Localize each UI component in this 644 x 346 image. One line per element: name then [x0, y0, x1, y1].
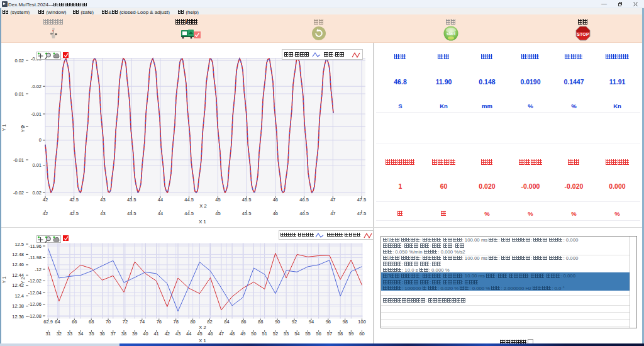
- svg-text:47.5: 47.5: [357, 197, 367, 203]
- svg-text:0.02: 0.02: [32, 190, 42, 196]
- svg-text:-0.01: -0.01: [31, 111, 42, 117]
- svg-text:96: 96: [326, 319, 331, 325]
- svg-text:43.5: 43.5: [127, 197, 136, 203]
- svg-text:47.5: 47.5: [357, 211, 367, 216]
- svg-text:43: 43: [175, 331, 180, 337]
- svg-text:-12.04: -12.04: [28, 290, 42, 296]
- svg-text:46: 46: [273, 211, 278, 216]
- svg-text:70: 70: [106, 319, 111, 325]
- svg-text:44: 44: [158, 197, 163, 203]
- svg-text:49: 49: [240, 331, 245, 337]
- svg-text:44: 44: [158, 211, 163, 216]
- svg-text:72: 72: [123, 319, 128, 325]
- svg-text:47: 47: [330, 197, 335, 203]
- svg-text:44: 44: [186, 331, 191, 337]
- svg-text:12.4: 12.4: [14, 293, 24, 299]
- svg-text:12.5: 12.5: [14, 242, 24, 247]
- svg-text:62.9: 62.9: [43, 319, 53, 325]
- svg-text:-12.08: -12.08: [28, 313, 42, 319]
- svg-text:74: 74: [140, 319, 145, 325]
- svg-text:86: 86: [241, 319, 246, 325]
- svg-text:31: 31: [45, 331, 50, 337]
- svg-text:40: 40: [143, 331, 148, 337]
- svg-text:42.5: 42.5: [69, 197, 79, 203]
- svg-text:42: 42: [165, 331, 170, 337]
- svg-text:46.5: 46.5: [299, 211, 309, 216]
- svg-text:55: 55: [305, 331, 310, 337]
- svg-text:34: 34: [78, 331, 83, 337]
- svg-text:38: 38: [121, 331, 126, 337]
- svg-text:0.02: 0.02: [14, 58, 24, 64]
- svg-text:100: 100: [358, 319, 366, 325]
- svg-text:90: 90: [275, 319, 280, 325]
- svg-text:47: 47: [219, 331, 224, 337]
- svg-text:88: 88: [258, 319, 263, 325]
- svg-text:Y 2: Y 2: [20, 125, 26, 132]
- svg-text:51: 51: [262, 331, 267, 337]
- svg-text:43: 43: [100, 211, 105, 216]
- svg-text:98: 98: [343, 319, 348, 325]
- svg-text:45: 45: [215, 211, 220, 216]
- svg-text:0.01: 0.01: [14, 91, 24, 97]
- svg-text:12.36: 12.36: [12, 314, 24, 320]
- svg-text:41: 41: [153, 331, 158, 337]
- svg-text:66: 66: [72, 319, 77, 325]
- svg-text:-12.06: -12.06: [28, 301, 42, 307]
- svg-text:STOP: STOP: [577, 32, 589, 36]
- svg-text:37: 37: [111, 331, 116, 337]
- svg-text:32: 32: [57, 331, 62, 337]
- svg-text:54: 54: [294, 331, 299, 337]
- svg-text:X 1: X 1: [199, 219, 206, 225]
- svg-text:45.5: 45.5: [242, 211, 252, 216]
- svg-text:52: 52: [273, 331, 278, 337]
- svg-text:12.38: 12.38: [12, 303, 24, 309]
- svg-text:45.5: 45.5: [242, 197, 252, 203]
- svg-text:39: 39: [132, 331, 137, 337]
- svg-text:48: 48: [230, 331, 235, 337]
- svg-text:57: 57: [327, 331, 332, 337]
- svg-text:60: 60: [359, 331, 364, 337]
- svg-text:12.46: 12.46: [12, 262, 24, 267]
- svg-text:46.5: 46.5: [299, 197, 309, 203]
- svg-text:-11.98: -11.98: [28, 255, 42, 260]
- svg-text:45: 45: [197, 331, 202, 337]
- svg-text:-0.01: -0.01: [13, 157, 24, 163]
- svg-text:0: 0: [39, 137, 42, 143]
- svg-text:X 1: X 1: [199, 338, 206, 343]
- svg-text:0.01: 0.01: [32, 162, 42, 168]
- svg-text:78: 78: [174, 319, 179, 325]
- svg-text:42.5: 42.5: [69, 211, 79, 216]
- svg-text:44.5: 44.5: [184, 211, 194, 216]
- svg-text:42: 42: [43, 197, 48, 203]
- svg-text:44.5: 44.5: [184, 197, 194, 203]
- svg-text:50: 50: [251, 331, 256, 337]
- svg-text:46: 46: [273, 197, 278, 203]
- svg-text:Y 1: Y 1: [1, 276, 7, 283]
- svg-text:43: 43: [100, 197, 105, 203]
- svg-text:58: 58: [338, 331, 343, 337]
- svg-text:36: 36: [99, 331, 104, 337]
- svg-text:46: 46: [208, 331, 213, 337]
- svg-text:start: start: [447, 31, 456, 36]
- svg-text:92: 92: [292, 319, 297, 325]
- svg-text:56: 56: [316, 331, 321, 337]
- svg-text:76: 76: [157, 319, 162, 325]
- svg-text:33: 33: [67, 331, 72, 337]
- svg-text:-0.02: -0.02: [31, 84, 42, 89]
- svg-text:Y 1: Y 1: [1, 124, 7, 131]
- svg-text:43.5: 43.5: [127, 211, 136, 216]
- svg-text:Y 2: Y 2: [20, 277, 26, 284]
- svg-text:64: 64: [55, 319, 60, 325]
- svg-text:12.48: 12.48: [12, 252, 24, 257]
- svg-text:84: 84: [224, 319, 229, 325]
- svg-text:45: 45: [215, 197, 220, 203]
- svg-text:-12: -12: [35, 267, 42, 272]
- svg-text:-0.02: -0.02: [13, 190, 24, 196]
- svg-text:47: 47: [330, 211, 335, 216]
- svg-text:59: 59: [348, 331, 353, 337]
- svg-text:-11.96: -11.96: [28, 243, 42, 249]
- svg-text:-12.02: -12.02: [28, 278, 42, 284]
- svg-text:X 2: X 2: [199, 325, 206, 330]
- svg-text:X 2: X 2: [199, 203, 206, 209]
- svg-text:53: 53: [284, 331, 289, 337]
